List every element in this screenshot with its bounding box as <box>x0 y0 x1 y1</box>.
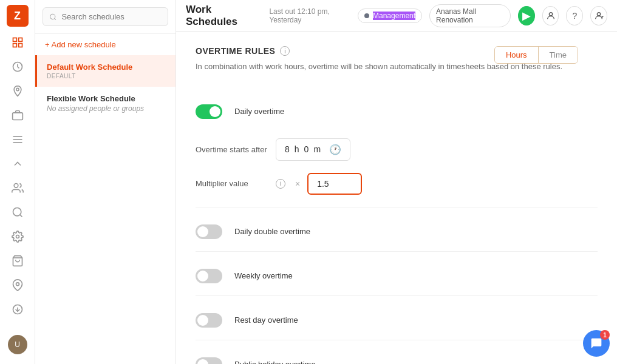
clock-icon[interactable] <box>7 56 29 78</box>
svg-point-5 <box>16 88 18 90</box>
divider-1 <box>196 207 598 207</box>
content-area: OVERTIME RULES i In combination with wor… <box>176 32 617 364</box>
header-pill-project[interactable]: Ananas Mall Renovation <box>429 4 511 27</box>
pill-project-label: Ananas Mall Renovation <box>436 7 504 24</box>
multiplier-label: Multiplier value <box>196 179 268 188</box>
search-icon <box>49 13 56 21</box>
svg-point-10 <box>14 184 18 188</box>
icon-bar-top <box>7 32 29 335</box>
overtime-minutes-value: 0 <box>304 144 309 154</box>
app-logo[interactable]: Z <box>7 5 29 27</box>
location-icon[interactable] <box>7 80 29 102</box>
search-people-icon[interactable] <box>7 201 29 223</box>
page-title: Work Schedules <box>186 4 254 28</box>
multiplier-input[interactable] <box>307 173 362 195</box>
main-area: Work Schedules Last out 12:10 pm, Yester… <box>176 0 617 364</box>
svg-rect-1 <box>18 38 22 42</box>
daily-overtime-toggle[interactable] <box>196 104 222 119</box>
svg-line-12 <box>19 215 22 217</box>
avatar[interactable]: U <box>8 335 27 354</box>
search-input[interactable] <box>61 12 162 21</box>
sidebar-item-flexible[interactable]: Flexible Work Schedule No assigned peopl… <box>35 87 176 120</box>
svg-point-13 <box>16 235 19 238</box>
daily-double-overtime-toggle[interactable] <box>196 224 222 239</box>
help-icon: ? <box>572 11 577 21</box>
multiplier-info-icon[interactable]: i <box>276 179 285 189</box>
header: Work Schedules Last out 12:10 pm, Yester… <box>176 0 617 32</box>
pill-dot-icon <box>364 13 369 18</box>
svg-point-11 <box>13 208 21 216</box>
chat-badge: 1 <box>600 330 610 340</box>
search-box[interactable] <box>43 7 168 26</box>
download-icon[interactable] <box>7 298 29 320</box>
icon-bar-bottom: U <box>8 335 27 359</box>
svg-point-20 <box>597 12 600 15</box>
svg-line-18 <box>55 18 56 19</box>
divider-2 <box>196 251 598 252</box>
chevron-up-icon[interactable] <box>7 153 29 175</box>
section-title: OVERTIME RULES <box>196 46 275 56</box>
icon-bar: Z <box>0 0 35 364</box>
bag-icon[interactable] <box>7 250 29 272</box>
rest-day-overtime-row: Rest day overtime <box>196 306 598 335</box>
svg-rect-2 <box>13 44 16 47</box>
settings-icon[interactable] <box>7 226 29 248</box>
daily-double-overtime-label: Daily double overtime <box>234 224 310 239</box>
sidebar-item-name-default: Default Work Schedule <box>47 62 166 72</box>
header-left: Work Schedules <box>186 4 254 28</box>
pill-management-label: Management <box>373 12 415 20</box>
weekly-overtime-toggle[interactable] <box>196 269 222 283</box>
public-holiday-overtime-row: Public holiday overtime <box>196 350 598 365</box>
help-button[interactable]: ? <box>566 6 583 25</box>
svg-point-15 <box>16 283 19 286</box>
play-button[interactable]: ▶ <box>518 6 535 25</box>
public-holiday-overtime-label: Public holiday overtime <box>234 357 316 365</box>
sidebar-item-name-flexible: Flexible Work Schedule <box>47 94 166 103</box>
pin-icon[interactable] <box>7 274 29 296</box>
user-button[interactable] <box>542 6 559 25</box>
add-schedule-button[interactable]: + Add new schedule <box>35 34 176 55</box>
briefcase-icon[interactable] <box>7 104 29 126</box>
svg-point-17 <box>50 14 55 19</box>
multiplier-row: Multiplier value i × <box>196 173 598 195</box>
header-pill-management[interactable]: Management <box>358 8 422 23</box>
overtime-starts-after-label: Overtime starts after <box>196 145 268 154</box>
section-header-row: OVERTIME RULES i In combination with wor… <box>196 46 598 85</box>
daily-double-overtime-row: Daily double overtime <box>196 217 598 246</box>
sidebar-item-sub-flexible: No assigned people or groups <box>47 104 166 113</box>
sidebar: + Add new schedule Default Work Schedule… <box>35 0 176 364</box>
sidebar-item-badge-default: DEFAULT <box>47 73 166 79</box>
section-info-icon[interactable]: i <box>280 46 290 56</box>
divider-3 <box>196 295 598 296</box>
overtime-minutes-unit: m <box>313 144 321 154</box>
chat-icon <box>590 337 602 349</box>
overtime-hours-value: 8 <box>285 144 290 154</box>
sidebar-search-area <box>35 0 176 34</box>
rest-day-overtime-label: Rest day overtime <box>234 313 298 328</box>
people-icon[interactable] <box>7 177 29 199</box>
admin-button[interactable] <box>590 6 607 25</box>
hours-toggle-button[interactable]: Hours <box>495 47 538 63</box>
header-last-out: Last out 12:10 pm, Yesterday <box>269 7 350 24</box>
sidebar-item-default[interactable]: Default Work Schedule DEFAULT <box>35 55 176 87</box>
multiplier-x-label: × <box>295 179 300 189</box>
hours-time-toggle[interactable]: Hours Time <box>494 46 578 64</box>
time-toggle-button[interactable]: Time <box>539 47 578 63</box>
list-icon[interactable] <box>7 129 29 150</box>
svg-rect-3 <box>18 44 22 47</box>
svg-rect-6 <box>12 113 22 120</box>
daily-overtime-row: Daily overtime <box>196 97 598 126</box>
chat-bubble[interactable]: 1 <box>583 330 610 357</box>
svg-point-19 <box>549 12 552 15</box>
overtime-time-field[interactable]: 8 h 0 m 🕐 <box>276 138 350 161</box>
svg-rect-0 <box>13 38 16 42</box>
rest-day-overtime-toggle[interactable] <box>196 313 222 328</box>
public-holiday-overtime-toggle[interactable] <box>196 357 222 365</box>
overtime-starts-after-row: Overtime starts after 8 h 0 m 🕐 <box>196 138 598 161</box>
divider-4 <box>196 340 598 340</box>
overtime-hours-unit: h <box>295 144 299 154</box>
weekly-overtime-row: Weekly overtime <box>196 261 598 291</box>
clock-icon: 🕐 <box>329 144 341 155</box>
weekly-overtime-label: Weekly overtime <box>234 269 293 283</box>
grid-icon[interactable] <box>7 32 29 53</box>
